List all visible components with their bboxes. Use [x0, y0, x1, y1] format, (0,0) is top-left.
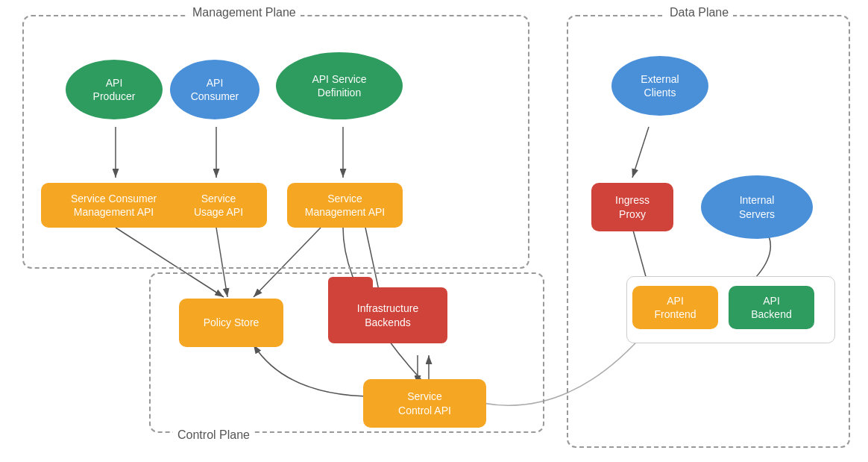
management-plane: Management Plane: [22, 15, 529, 269]
api-frontend-label: API Frontend: [654, 294, 696, 321]
diagram-container: Management Plane Data Plane Control Plan…: [0, 0, 868, 462]
service-usage-label: Service Usage API: [194, 192, 243, 219]
api-producer-node: API Producer: [66, 60, 163, 119]
service-consumer-mgmt-label: Service Consumer Management API: [71, 192, 157, 219]
api-backend-label: API Backend: [751, 294, 791, 321]
external-clients-label: External Clients: [641, 72, 679, 99]
api-consumer-node: API Consumer: [170, 60, 260, 119]
ingress-proxy-label: Ingress Proxy: [615, 193, 650, 220]
management-plane-label: Management Plane: [188, 6, 301, 19]
infra-backends-label: InfrastructureBackends: [328, 287, 447, 343]
data-plane: Data Plane: [567, 15, 850, 448]
ingress-proxy-node: Ingress Proxy: [591, 183, 673, 231]
api-backend-node: API Backend: [729, 286, 814, 329]
service-mgmt-label: Service Management API: [305, 192, 385, 219]
api-producer-label: API Producer: [93, 76, 136, 103]
service-usage-node: Service Usage API: [170, 183, 267, 228]
folder-tab: [328, 277, 373, 287]
service-mgmt-node: Service Management API: [287, 183, 403, 228]
external-clients-node: External Clients: [611, 56, 708, 116]
api-service-def-label: API Service Definition: [312, 72, 366, 99]
api-service-def-node: API Service Definition: [276, 52, 403, 119]
service-control-node: Service Control API: [363, 379, 486, 428]
internal-servers-label: Internal Servers: [739, 193, 775, 220]
infra-backends-node: InfrastructureBackends: [328, 287, 447, 343]
control-plane-label: Control Plane: [173, 428, 254, 442]
api-frontend-node: API Frontend: [632, 286, 718, 329]
service-consumer-mgmt-node: Service Consumer Management API: [41, 183, 186, 228]
policy-store-label: Policy Store: [204, 316, 260, 329]
service-control-label: Service Control API: [398, 390, 451, 416]
policy-store-node: Policy Store: [179, 299, 283, 347]
internal-servers-node: Internal Servers: [701, 175, 813, 239]
api-consumer-label: API Consumer: [191, 76, 239, 103]
data-plane-label: Data Plane: [665, 6, 733, 19]
